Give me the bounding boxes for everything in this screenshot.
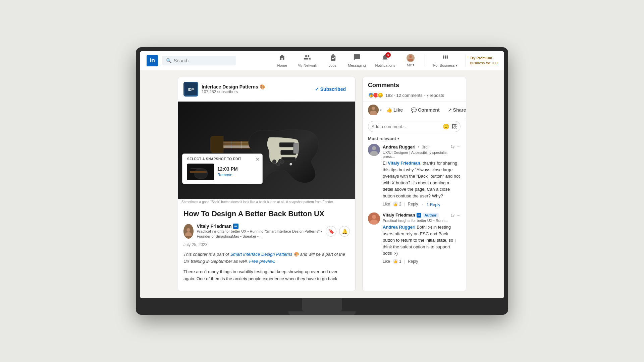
comment-reactions-andrea: 2 — [399, 202, 401, 206]
comment-input-row[interactable]: 🙂 🖼 — [368, 121, 461, 132]
bell-button[interactable]: 🔔 — [339, 226, 350, 237]
nav-item-home[interactable]: Home — [272, 52, 292, 69]
search-icon: 🔍 — [166, 58, 172, 63]
svg-point-28 — [276, 162, 280, 166]
vitaly-author-tag: Author — [423, 213, 439, 218]
comment-text-andrea: Ei Vitaly Friedman, thanks for sharing t… — [383, 160, 461, 199]
snapshot-close-button[interactable]: ✕ — [256, 157, 260, 162]
comment-more-vitaly[interactable]: ··· — [457, 213, 461, 218]
author-avatar — [183, 224, 194, 239]
snapshot-content: 12:03 PM Remove — [187, 164, 258, 180]
snapshot-meta: 12:03 PM Remove — [217, 166, 238, 178]
svg-point-27 — [272, 160, 276, 164]
free-preview-link[interactable]: Free preview. — [249, 259, 275, 264]
author-linkedin-badge: in — [233, 224, 238, 229]
comment-role-andrea: UX/UI Designer | Accessibility specialis… — [383, 150, 461, 159]
share-button[interactable]: ↗ Share — [444, 105, 466, 115]
comment-item-vitaly: Vitaly Friedman in Author 1y ··· Practic… — [368, 213, 461, 264]
like-small-icon: 👍 — [393, 201, 398, 207]
comment-icon: 💬 — [411, 107, 417, 113]
comment-reply-vitaly[interactable]: Reply — [408, 259, 418, 264]
like-button[interactable]: 👍 Like — [383, 105, 406, 115]
comment-reply-andrea[interactable]: Reply — [408, 202, 418, 206]
comment-like-andrea[interactable]: Like — [383, 202, 390, 206]
channel-info: IDP Interface Design Patterns 🎨 107,282 … — [183, 82, 265, 97]
comment-more-andrea[interactable]: ··· — [457, 144, 461, 149]
comment-item: Andrea Ruggeri • 3rd+ 1y ··· UX/UI Desig… — [368, 144, 461, 207]
share-icon: ↗ — [448, 107, 452, 113]
nav-item-messaging[interactable]: Messaging — [344, 52, 370, 69]
author-bio: Practical insights for better UX • Runni… — [197, 229, 326, 239]
author-name: Vitaly Friedman — [197, 224, 232, 229]
screen: in 🔍 Home My Network — [140, 51, 504, 298]
sort-row[interactable]: Most relevant ▾ — [363, 135, 466, 144]
comment-mention-andrea[interactable]: Andrea Ruggeri — [383, 225, 416, 230]
snapshot-overlay: SELECT A SNAPSHOT TO EDIT ✕ — [182, 154, 263, 184]
comment-meta-right-vitaly: 1y ··· — [451, 213, 461, 218]
author-actions: 🔖 🔔 — [326, 226, 350, 237]
snapshot-title: SELECT A SNAPSHOT TO EDIT — [187, 157, 258, 161]
search-bar[interactable]: 🔍 — [162, 56, 236, 65]
comment-avatar-andrea — [368, 144, 380, 156]
svg-point-29 — [280, 160, 284, 164]
emoji-icon[interactable]: 🙂 — [443, 123, 449, 130]
comment-button[interactable]: 💬 Comment — [408, 105, 443, 115]
navbar: in 🔍 Home My Network — [140, 51, 504, 70]
svg-point-38 — [372, 146, 376, 150]
main-content: IDP Interface Design Patterns 🎨 107,282 … — [140, 70, 504, 298]
comment-mention-vitaly[interactable]: Vitaly Friedman — [388, 161, 420, 166]
article-date: July 25, 2023 — [183, 242, 350, 247]
nav-item-notifications[interactable]: 6 Notifications — [371, 52, 399, 69]
article-body: How To Design A Better Back Button UX — [178, 205, 355, 289]
nav-item-for-business[interactable]: For Business ▾ — [429, 52, 461, 70]
excerpt-link[interactable]: Smart Interface Design Patterns 🎨 — [230, 252, 299, 257]
snapshot-remove-link[interactable]: Remove — [217, 173, 232, 177]
nav-item-jobs[interactable]: Jobs — [322, 52, 342, 69]
my-network-label: My Network — [298, 63, 317, 67]
search-input[interactable] — [174, 58, 232, 63]
reply-count-andrea[interactable]: 1 Reply — [427, 202, 440, 207]
svg-rect-32 — [190, 171, 207, 173]
comment-input[interactable] — [372, 124, 440, 129]
try-premium-line1: Try Premium — [470, 56, 497, 60]
sort-dropdown-icon[interactable]: ▾ — [397, 137, 399, 140]
subscribed-button[interactable]: ✓ Subscribed — [311, 84, 350, 94]
grid-icon — [442, 54, 449, 63]
image-icon[interactable]: 🖼 — [451, 124, 457, 130]
nav-divider — [425, 55, 425, 67]
author-details: Vitaly Friedman in Practical insights fo… — [197, 224, 326, 239]
article-excerpt: This chapter is a part of Smart Interfac… — [183, 251, 350, 265]
article-image-container: SELECT A SNAPSHOT TO EDIT ✕ — [178, 102, 355, 199]
comment-actions: ▾ 👍 Like 💬 Comment ↗ Share — [363, 102, 466, 118]
comment-avatar-vitaly — [368, 213, 380, 225]
svg-point-30 — [289, 163, 292, 166]
nav-items: Home My Network Jobs — [272, 52, 497, 70]
svg-rect-20 — [293, 143, 299, 153]
linkedin-logo[interactable]: in — [147, 55, 158, 66]
svg-point-36 — [372, 107, 375, 110]
monitor-stand — [302, 298, 342, 311]
channel-text: Interface Design Patterns 🎨 107,282 subs… — [202, 84, 265, 94]
snapshot-time: 12:03 PM — [217, 166, 238, 172]
notifications-label: Notifications — [375, 63, 395, 67]
author-row: Vitaly Friedman in Practical insights fo… — [183, 224, 350, 239]
comment-like-vitaly[interactable]: Like — [383, 259, 390, 264]
comment-reactions-vitaly: 1 — [399, 259, 401, 264]
comment-text-vitaly: Andrea Ruggeri Both! :-) in testing user… — [383, 224, 461, 257]
notifications-badge: 6 — [385, 52, 391, 58]
bookmark-button[interactable]: 🔖 — [326, 226, 336, 237]
for-business-label: For Business ▾ — [433, 63, 457, 68]
author-info: Vitaly Friedman in Practical insights fo… — [183, 224, 326, 239]
avatar-dropdown-icon[interactable]: ▾ — [380, 108, 382, 112]
comment-footer-andrea: Like 👍 2 | Reply · 1 Reply — [383, 201, 461, 207]
comment-meta-andrea: Andrea Ruggeri • 3rd+ 1y ··· — [383, 144, 461, 150]
right-panel: Comments 👍 ❤️ 💡 183 · 12 comments · 7 re… — [362, 77, 466, 291]
comment-time-andrea: 1y — [451, 144, 455, 148]
nav-item-my-network[interactable]: My Network — [293, 52, 321, 69]
channel-header: IDP Interface Design Patterns 🎨 107,282 … — [178, 77, 355, 102]
nav-item-me[interactable]: Me ▾ — [400, 52, 421, 69]
try-premium-line2: Business for TL0 — [470, 61, 497, 65]
me-label: Me ▾ — [407, 63, 415, 67]
home-label: Home — [277, 63, 287, 67]
try-premium[interactable]: Try Premium Business for TL0 — [470, 56, 497, 65]
